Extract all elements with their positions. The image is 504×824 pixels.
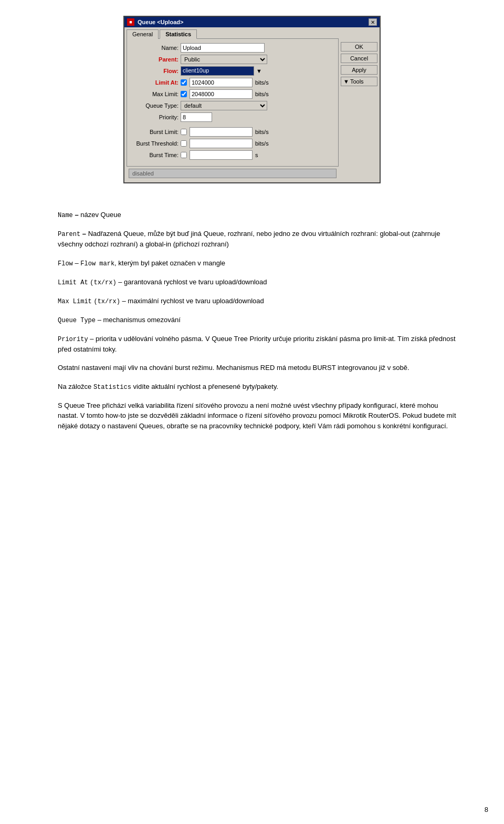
limit-at-group: bits/s [181, 78, 269, 87]
max-limit-txrx: (tx/rx) [93, 298, 120, 305]
flow-term: Flow [58, 260, 73, 267]
limit-at-row: Limit At: bits/s [131, 78, 334, 87]
burst-time-checkbox[interactable] [181, 152, 187, 158]
parent-row: Parent: Public [131, 55, 334, 64]
burst-threshold-row: Burst Threshold: bits/s [131, 139, 334, 148]
limit-at-label: Limit At: [131, 79, 178, 86]
name-description: Name – název Queue [58, 210, 457, 220]
tab-general[interactable]: General [127, 29, 159, 39]
burst-limit-unit: bits/s [255, 129, 269, 135]
page-number: 8 [485, 806, 488, 813]
dialog-buttons: OK Cancel Apply ▼ Tools [341, 29, 377, 180]
close-button[interactable]: ✕ [369, 18, 377, 26]
limit-at-description: Limit At (tx/rx) – garantovaná rychlost … [58, 277, 457, 287]
name-input[interactable] [181, 43, 265, 53]
priority-label: Priority: [131, 114, 178, 120]
dialog-body: General Statistics Name: Parent: Public [124, 27, 380, 182]
tab-statistics[interactable]: Statistics [160, 29, 197, 39]
burst-threshold-checkbox[interactable] [181, 140, 187, 147]
queue-type-label: Queue Type: [131, 102, 178, 109]
flow-label: Flow: [131, 68, 178, 74]
statistics-term: Statistics [93, 384, 131, 391]
dialog-icon: ■ [127, 18, 134, 26]
priority-term: Priority [58, 336, 88, 343]
disabled-bar: disabled [129, 169, 337, 178]
burst-description: Ostatní nastavení mají vliv na chování b… [58, 363, 457, 373]
max-limit-input[interactable] [190, 89, 253, 99]
burst-threshold-input[interactable] [190, 139, 253, 148]
max-limit-term: Max Limit [58, 298, 92, 305]
burst-time-unit: s [255, 152, 258, 158]
flow-description: Flow – Flow mark, kterým byl paket označ… [58, 258, 457, 269]
parent-description: Parent – Nadřazená Queue, může být buď j… [58, 229, 457, 250]
dialog-container: ■ Queue <Upload> ✕ General Statistics Na… [0, 0, 504, 199]
burst-limit-checkbox[interactable] [181, 129, 187, 135]
limit-at-input[interactable] [190, 78, 253, 87]
priority-row: Priority: [131, 112, 334, 122]
dialog-title: Queue <Upload> [138, 19, 183, 25]
max-limit-row: Max Limit: bits/s [131, 89, 334, 99]
priority-input[interactable] [181, 112, 212, 122]
ok-button[interactable]: OK [341, 42, 377, 52]
max-limit-unit: bits/s [255, 91, 269, 97]
burst-threshold-group: bits/s [181, 139, 269, 148]
content-area: Name – název Queue Parent – Nadřazená Qu… [0, 199, 504, 450]
burst-time-group: s [181, 150, 258, 160]
max-limit-checkbox[interactable] [181, 91, 187, 97]
dialog-window: ■ Queue <Upload> ✕ General Statistics Na… [123, 16, 381, 183]
final-paragraph: S Queue Tree přichází velká variabilita … [58, 400, 457, 431]
flow-value[interactable]: client10up [181, 66, 254, 76]
max-limit-label: Max Limit: [131, 91, 178, 97]
limit-at-term: Limit At [58, 279, 88, 286]
burst-time-row: Burst Time: s [131, 150, 334, 160]
burst-time-input[interactable] [190, 150, 253, 160]
max-limit-description: Max Limit (tx/rx) – maximální rychlost v… [58, 296, 457, 306]
queue-type-row: Queue Type: default [131, 101, 334, 110]
tools-arrow-icon: ▼ [343, 78, 349, 85]
dialog-titlebar: ■ Queue <Upload> ✕ [124, 17, 380, 27]
parent-label: Parent: [131, 56, 178, 63]
name-label: Name: [131, 45, 178, 51]
burst-limit-row: Burst Limit: bits/s [131, 127, 334, 137]
name-term: Name [58, 212, 73, 219]
titlebar-left: ■ Queue <Upload> [127, 18, 183, 26]
parent-select[interactable]: Public [181, 55, 267, 64]
queue-type-description: Queue Type – mechanismus omezování [58, 315, 457, 325]
statistics-description: Na záložce Statistics vidíte aktuální ry… [58, 382, 457, 392]
max-limit-group: bits/s [181, 89, 269, 99]
cancel-button[interactable]: Cancel [341, 54, 377, 63]
name-row: Name: [131, 43, 334, 53]
limit-at-checkbox[interactable] [181, 79, 187, 86]
burst-threshold-label: Burst Threshold: [131, 140, 178, 147]
burst-limit-label: Burst Limit: [131, 129, 178, 135]
burst-time-label: Burst Time: [131, 152, 178, 158]
flow-dropdown-btn[interactable]: ▼ [256, 68, 262, 74]
queue-type-select[interactable]: default [181, 101, 267, 110]
burst-limit-input[interactable] [190, 127, 253, 137]
tab-content: Name: Parent: Public Flow: client10up [127, 38, 339, 167]
apply-button[interactable]: Apply [341, 65, 377, 75]
limit-at-txrx: (tx/rx) [90, 279, 116, 286]
tools-label: Tools [350, 78, 364, 85]
dialog-main: General Statistics Name: Parent: Public [127, 29, 339, 180]
parent-term: Parent [58, 231, 80, 238]
queue-type-term: Queue Type [58, 317, 96, 324]
burst-threshold-unit: bits/s [255, 140, 269, 147]
tools-button[interactable]: ▼ Tools [341, 77, 377, 86]
priority-description: Priority – priorita v udělování volného … [58, 334, 457, 355]
tabs-container: General Statistics [127, 29, 339, 39]
flow-row: Flow: client10up ▼ [131, 66, 334, 76]
limit-at-unit: bits/s [255, 79, 269, 86]
flow-mark-term: Flow mark [80, 260, 114, 267]
burst-limit-group: bits/s [181, 127, 269, 137]
